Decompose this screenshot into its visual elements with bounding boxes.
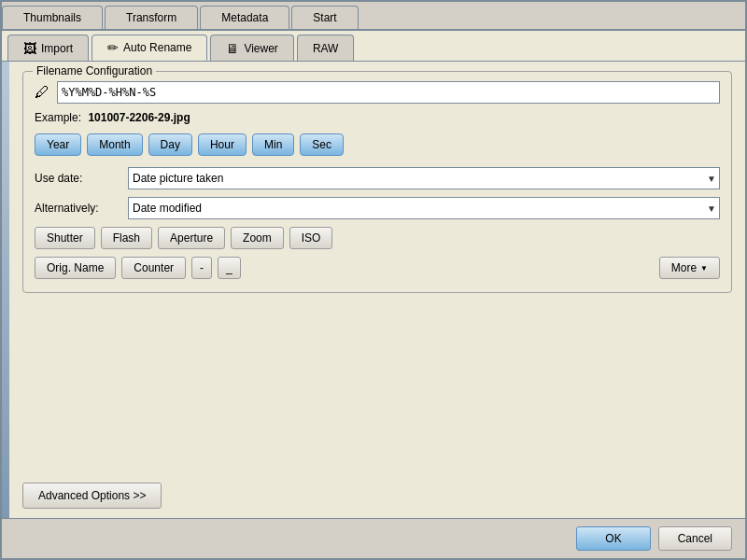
filename-input[interactable]: [57, 81, 720, 104]
left-accent: [2, 62, 9, 518]
main-window: ThumbnailsTransformMetadataStart 🖼Import…: [0, 0, 747, 560]
date-btn-day[interactable]: Day: [148, 133, 192, 156]
top-tab-transform[interactable]: Transform: [105, 6, 198, 29]
date-btn-sec[interactable]: Sec: [300, 133, 344, 156]
second-tab-import[interactable]: 🖼Import: [7, 35, 89, 61]
extra-buttons-row1: ShutterFlashApertureZoomISO: [35, 227, 720, 249]
filename-row: 🖊: [35, 81, 720, 104]
bottom-bar: OK Cancel: [2, 518, 745, 558]
viewer-tab-label: Viewer: [244, 42, 277, 55]
auto-rename-tab-label: Auto Rename: [123, 41, 191, 54]
more-label: More: [671, 261, 697, 274]
use-date-row: Use date: Date picture taken Date modifi…: [35, 167, 720, 189]
filename-config-group: Filename Configuration 🖊 Example: 101007…: [22, 71, 732, 293]
second-tab-auto-rename[interactable]: ✏Auto Rename: [92, 35, 207, 61]
extra-btn-shutter[interactable]: Shutter: [35, 227, 95, 249]
extra-btn-flash[interactable]: Flash: [101, 227, 152, 249]
advanced-options-button[interactable]: Advanced Options >>: [22, 483, 162, 509]
ok-button[interactable]: OK: [576, 526, 650, 551]
viewer-tab-icon: 🖥: [226, 41, 239, 56]
extra-btn-zoom[interactable]: Zoom: [231, 227, 284, 249]
use-date-select[interactable]: Date picture taken Date modified Date cr…: [128, 167, 720, 189]
extra-btn-dash[interactable]: -: [191, 257, 212, 279]
date-btn-min[interactable]: Min: [252, 133, 294, 156]
second-tab-raw[interactable]: RAW: [297, 35, 355, 61]
alternatively-label: Alternatively:: [35, 202, 119, 215]
top-tab-metadata[interactable]: Metadata: [200, 6, 289, 29]
content-area: Filename Configuration 🖊 Example: 101007…: [9, 62, 745, 518]
extra-btn-iso[interactable]: ISO: [289, 227, 333, 249]
second-tab-bar: 🖼Import✏Auto Rename🖥ViewerRAW: [2, 31, 745, 62]
extra-btn-aperture[interactable]: Aperture: [158, 227, 225, 249]
more-dropdown-icon: ▼: [700, 264, 708, 273]
date-buttons-row: YearMonthDayHourMinSec: [35, 133, 720, 156]
advanced-section: Advanced Options >>: [22, 483, 732, 509]
auto-rename-tab-icon: ✏: [107, 40, 119, 55]
extra-btn-underscore[interactable]: _: [218, 257, 241, 279]
group-box-title: Filename Configuration: [33, 64, 156, 77]
raw-tab-label: RAW: [313, 42, 339, 55]
alternatively-select-wrapper: Date modified Date picture taken Date cr…: [128, 197, 720, 219]
date-btn-month[interactable]: Month: [87, 133, 142, 156]
main-content-area: Filename Configuration 🖊 Example: 101007…: [9, 62, 745, 518]
import-tab-label: Import: [41, 42, 73, 55]
top-tab-thumbnails[interactable]: Thumbnails: [2, 6, 103, 29]
top-tab-bar: ThumbnailsTransformMetadataStart: [2, 2, 745, 31]
import-tab-icon: 🖼: [23, 41, 36, 56]
use-date-select-wrapper: Date picture taken Date modified Date cr…: [128, 167, 720, 189]
top-tab-start[interactable]: Start: [291, 6, 358, 29]
extra-btn-orig-name[interactable]: Orig. Name: [35, 257, 116, 279]
pencil-icon: 🖊: [35, 84, 49, 101]
example-value: 101007-2206-29.jpg: [88, 111, 190, 124]
alternatively-select[interactable]: Date modified Date picture taken Date cr…: [128, 197, 720, 219]
example-label: Example:: [35, 111, 81, 124]
cancel-button[interactable]: Cancel: [658, 526, 732, 551]
date-btn-year[interactable]: Year: [35, 133, 81, 156]
date-btn-hour[interactable]: Hour: [198, 133, 247, 156]
main-wrapper: Filename Configuration 🖊 Example: 101007…: [2, 62, 745, 518]
more-button[interactable]: More▼: [659, 257, 720, 279]
example-row: Example: 101007-2206-29.jpg: [35, 111, 720, 124]
use-date-label: Use date:: [35, 172, 119, 185]
extra-buttons-row2: Orig. NameCounter-_More▼: [35, 257, 720, 279]
second-tab-viewer[interactable]: 🖥Viewer: [210, 35, 293, 61]
extra-btn-counter[interactable]: Counter: [121, 257, 186, 279]
alternatively-row: Alternatively: Date modified Date pictur…: [35, 197, 720, 219]
